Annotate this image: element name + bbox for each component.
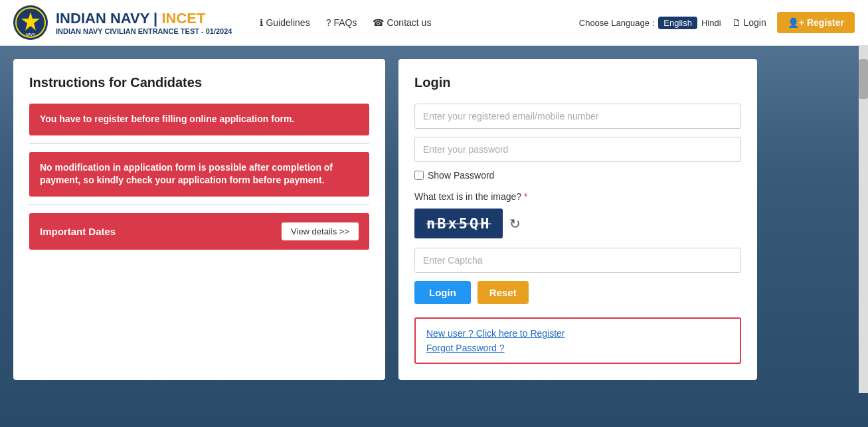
logo-text: INDIAN NAVY | INCET INDIAN NAVY CIVILIAN… bbox=[56, 10, 232, 35]
login-submit-label: Login bbox=[429, 287, 456, 298]
captcha-row: nBx5QH ↻ bbox=[414, 209, 741, 238]
show-password-label[interactable]: Show Password bbox=[428, 170, 494, 181]
language-prefix: Choose Language : bbox=[579, 18, 654, 28]
header: NAVY INDIAN NAVY | INCET INDIAN NAVY CIV… bbox=[0, 0, 868, 46]
login-icon: 🗋 bbox=[732, 17, 741, 28]
important-dates-label: Important Dates bbox=[40, 226, 116, 237]
instruction-text-2: No modification in application form is p… bbox=[40, 162, 333, 186]
nav-contact[interactable]: ☎ Contact us bbox=[373, 17, 431, 28]
register-icon: 👤+ bbox=[788, 17, 804, 28]
nav-links: ℹ Guidelines ? FAQs ☎ Contact us bbox=[260, 17, 431, 28]
forgot-password-link[interactable]: Forgot Password ? bbox=[426, 343, 729, 353]
instruction-card-1: You have to register before filling onli… bbox=[29, 104, 369, 135]
navy-emblem: NAVY bbox=[13, 5, 48, 40]
question-icon: ? bbox=[326, 17, 331, 28]
login-submit-button[interactable]: Login bbox=[414, 281, 471, 304]
register-box: New user ? Click here to Register Forgot… bbox=[414, 317, 741, 364]
register-button[interactable]: 👤+ Register bbox=[777, 12, 855, 33]
svg-text:NAVY: NAVY bbox=[26, 33, 35, 37]
refresh-icon: ↻ bbox=[509, 216, 521, 231]
scrollbar-thumb[interactable] bbox=[859, 59, 868, 99]
captcha-image: nBx5QH bbox=[414, 209, 503, 238]
captcha-required-marker: * bbox=[524, 191, 527, 202]
divider-1 bbox=[29, 143, 369, 144]
language-selector: Choose Language : English Hindi bbox=[579, 17, 721, 29]
faqs-label: FAQs bbox=[333, 17, 357, 28]
contact-label: Contact us bbox=[387, 17, 431, 28]
login-panel: Login Show Password What text is in the … bbox=[398, 59, 757, 380]
login-button-label: Login bbox=[744, 17, 766, 28]
lang-english-btn[interactable]: English bbox=[658, 17, 697, 29]
instruction-card-2: No modification in application form is p… bbox=[29, 152, 369, 197]
password-input[interactable] bbox=[414, 137, 741, 162]
info-icon: ℹ bbox=[260, 17, 263, 28]
show-password-checkbox[interactable] bbox=[414, 171, 424, 180]
instruction-text-1: You have to register before filling onli… bbox=[40, 114, 294, 124]
register-button-label: Register bbox=[807, 17, 844, 28]
phone-icon: ☎ bbox=[373, 17, 384, 28]
lang-hindi-btn[interactable]: Hindi bbox=[701, 18, 721, 28]
reset-button[interactable]: Reset bbox=[477, 281, 529, 304]
captcha-input[interactable] bbox=[414, 248, 741, 273]
new-user-link[interactable]: New user ? Click here to Register bbox=[426, 328, 729, 339]
captcha-question-label: What text is in the image? * bbox=[414, 191, 741, 202]
login-title: Login bbox=[414, 75, 741, 90]
nav-faqs[interactable]: ? FAQs bbox=[326, 17, 357, 28]
header-right: Choose Language : English Hindi 🗋 Login … bbox=[579, 12, 855, 33]
reset-label: Reset bbox=[489, 287, 517, 298]
button-row: Login Reset bbox=[414, 281, 741, 304]
guidelines-label: Guidelines bbox=[266, 17, 309, 28]
logo-navy-text: INDIAN NAVY | bbox=[56, 10, 161, 27]
divider-2 bbox=[29, 205, 369, 205]
login-button[interactable]: 🗋 Login bbox=[732, 17, 766, 28]
nav-guidelines[interactable]: ℹ Guidelines bbox=[260, 17, 309, 28]
instructions-title: Instructions for Candidates bbox=[29, 75, 369, 90]
logo-subtitle: INDIAN NAVY CIVILIAN ENTRANCE TEST - 01/… bbox=[56, 27, 232, 35]
logo-title: INDIAN NAVY | INCET bbox=[56, 10, 232, 27]
view-details-label: View details >> bbox=[291, 226, 349, 236]
show-password-row: Show Password bbox=[414, 170, 741, 181]
logo-incet-text: INCET bbox=[161, 10, 205, 27]
view-details-button[interactable]: View details >> bbox=[282, 222, 359, 240]
instructions-panel: Instructions for Candidates You have to … bbox=[13, 59, 385, 380]
scrollbar-track[interactable] bbox=[859, 46, 868, 393]
header-left: NAVY INDIAN NAVY | INCET INDIAN NAVY CIV… bbox=[13, 5, 431, 40]
captcha-refresh-button[interactable]: ↻ bbox=[509, 216, 521, 232]
important-dates-card: Important Dates View details >> bbox=[29, 213, 369, 250]
main-content: Instructions for Candidates You have to … bbox=[0, 46, 868, 393]
email-input[interactable] bbox=[414, 104, 741, 129]
